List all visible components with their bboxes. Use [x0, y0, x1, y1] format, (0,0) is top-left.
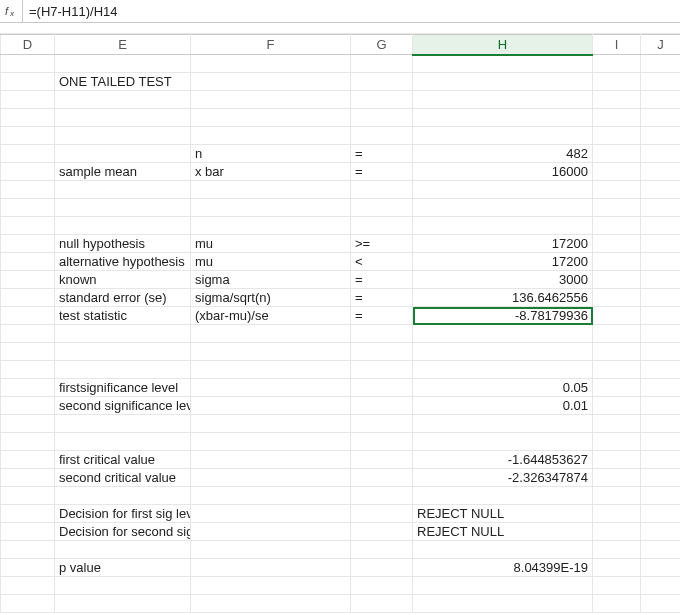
cell-I[interactable] [593, 235, 641, 253]
cell-F[interactable] [191, 451, 351, 469]
cell-D[interactable] [1, 523, 55, 541]
cell-D[interactable] [1, 361, 55, 379]
cell-D[interactable] [1, 343, 55, 361]
column-header-I[interactable]: I [593, 35, 641, 55]
cell-E[interactable]: alternative hypothesis [55, 253, 191, 271]
cell-I[interactable] [593, 91, 641, 109]
cell-J[interactable] [641, 181, 681, 199]
cell-F[interactable]: sigma/sqrt(n) [191, 289, 351, 307]
cell-J[interactable] [641, 109, 681, 127]
cell-J[interactable] [641, 289, 681, 307]
cell-E[interactable] [55, 145, 191, 163]
cell-D[interactable] [1, 199, 55, 217]
cell-E[interactable]: test statistic [55, 307, 191, 325]
cell-F[interactable] [191, 127, 351, 145]
column-header-F[interactable]: F [191, 35, 351, 55]
spreadsheet-grid[interactable]: DEFGHIJ ONE TAILED TESTn=482sample meanx… [0, 34, 680, 613]
cell-E[interactable]: Decision for first sig level [55, 505, 191, 523]
cell-G[interactable]: = [351, 271, 413, 289]
cell-G[interactable] [351, 541, 413, 559]
cell-H[interactable]: 8.04399E-19 [413, 559, 593, 577]
cell-F[interactable]: sigma [191, 271, 351, 289]
cell-I[interactable] [593, 271, 641, 289]
cell-I[interactable] [593, 379, 641, 397]
cell-J[interactable] [641, 469, 681, 487]
cell-I[interactable] [593, 343, 641, 361]
cell-F[interactable] [191, 397, 351, 415]
cell-E[interactable] [55, 217, 191, 235]
cell-G[interactable] [351, 343, 413, 361]
cell-E[interactable] [55, 577, 191, 595]
cell-H[interactable]: -8.78179936 [413, 307, 593, 325]
cell-D[interactable] [1, 289, 55, 307]
cell-E[interactable] [55, 343, 191, 361]
cell-H[interactable] [413, 127, 593, 145]
cell-F[interactable] [191, 577, 351, 595]
cell-J[interactable] [641, 253, 681, 271]
cell-F[interactable] [191, 199, 351, 217]
cell-H[interactable] [413, 181, 593, 199]
cell-H[interactable] [413, 343, 593, 361]
cell-J[interactable] [641, 595, 681, 613]
cell-G[interactable] [351, 523, 413, 541]
cell-G[interactable] [351, 433, 413, 451]
cell-G[interactable] [351, 109, 413, 127]
cell-D[interactable] [1, 55, 55, 73]
cell-I[interactable] [593, 289, 641, 307]
cell-J[interactable] [641, 217, 681, 235]
cell-F[interactable] [191, 91, 351, 109]
cell-E[interactable] [55, 199, 191, 217]
cell-G[interactable] [351, 55, 413, 73]
cell-G[interactable] [351, 415, 413, 433]
cell-I[interactable] [593, 163, 641, 181]
cell-H[interactable]: 17200 [413, 253, 593, 271]
cell-D[interactable] [1, 469, 55, 487]
column-header-D[interactable]: D [1, 35, 55, 55]
cell-F[interactable] [191, 541, 351, 559]
cell-I[interactable] [593, 109, 641, 127]
cell-H[interactable]: 136.6462556 [413, 289, 593, 307]
cell-I[interactable] [593, 433, 641, 451]
column-header-H[interactable]: H [413, 35, 593, 55]
cell-E[interactable] [55, 325, 191, 343]
cell-H[interactable]: 0.05 [413, 379, 593, 397]
cell-H[interactable] [413, 487, 593, 505]
cell-H[interactable]: -2.326347874 [413, 469, 593, 487]
cell-G[interactable] [351, 73, 413, 91]
cell-F[interactable] [191, 361, 351, 379]
cell-D[interactable] [1, 163, 55, 181]
cell-J[interactable] [641, 541, 681, 559]
cell-E[interactable]: first critical value [55, 451, 191, 469]
column-header-G[interactable]: G [351, 35, 413, 55]
cell-J[interactable] [641, 199, 681, 217]
cell-F[interactable] [191, 55, 351, 73]
cell-D[interactable] [1, 73, 55, 91]
cell-G[interactable]: = [351, 307, 413, 325]
cell-G[interactable] [351, 127, 413, 145]
cell-E[interactable] [55, 55, 191, 73]
cell-J[interactable] [641, 343, 681, 361]
cell-F[interactable] [191, 343, 351, 361]
cell-H[interactable] [413, 595, 593, 613]
cell-E[interactable] [55, 109, 191, 127]
cell-H[interactable] [413, 577, 593, 595]
cell-J[interactable] [641, 271, 681, 289]
cell-G[interactable] [351, 361, 413, 379]
cell-H[interactable] [413, 541, 593, 559]
cell-H[interactable] [413, 73, 593, 91]
cell-F[interactable] [191, 181, 351, 199]
cell-D[interactable] [1, 307, 55, 325]
cell-G[interactable] [351, 217, 413, 235]
cell-I[interactable] [593, 577, 641, 595]
cell-F[interactable] [191, 109, 351, 127]
cell-J[interactable] [641, 73, 681, 91]
cell-D[interactable] [1, 397, 55, 415]
cell-G[interactable]: = [351, 163, 413, 181]
cell-D[interactable] [1, 379, 55, 397]
cell-D[interactable] [1, 433, 55, 451]
cell-E[interactable] [55, 415, 191, 433]
cell-F[interactable] [191, 559, 351, 577]
cell-F[interactable]: (xbar-mu)/se [191, 307, 351, 325]
cell-J[interactable] [641, 379, 681, 397]
cell-F[interactable] [191, 469, 351, 487]
